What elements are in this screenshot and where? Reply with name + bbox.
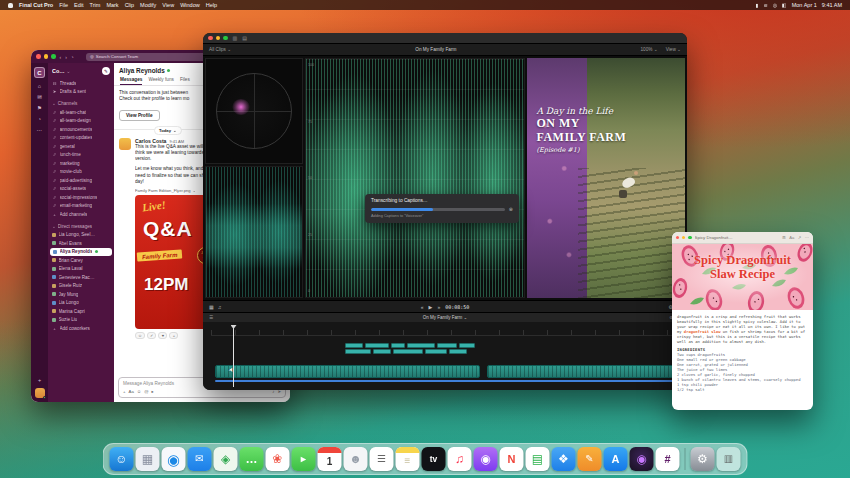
timeline-project-dropdown[interactable]: On My Family Farm ⌄ <box>203 315 687 320</box>
user-avatar[interactable] <box>35 388 45 398</box>
dock-maps[interactable]: ◈ <box>214 447 238 471</box>
search-bar[interactable]: ◎ Search Consort Team <box>86 53 218 61</box>
dock-news[interactable]: N <box>500 447 524 471</box>
check-reaction-icon[interactable]: ✓ <box>147 332 156 339</box>
viewer-zoom-dropdown[interactable]: 100% ⌄ <box>640 47 657 52</box>
browser-toggle-icon[interactable]: ▥ <box>233 35 238 41</box>
sidebar-dm[interactable]: Elena Laval <box>48 265 114 274</box>
date-divider-pill[interactable]: Today ⌄ <box>154 126 182 135</box>
dock-app-store[interactable]: A <box>604 447 628 471</box>
dock-mail[interactable]: ✉ <box>188 447 212 471</box>
window-controls[interactable] <box>208 36 228 41</box>
sidebar-channel[interactable]: #marketing <box>48 159 114 168</box>
later-icon[interactable]: ◔ <box>38 116 41 122</box>
dock-numbers[interactable]: ▤ <box>526 447 550 471</box>
sidebar-channel[interactable]: #general <box>48 142 114 151</box>
attachment-filename[interactable]: Family Farm Edition_Flyer.png <box>135 188 191 193</box>
sidebar-dm-aliya-reynolds[interactable]: Aliya Reynolds <box>50 248 112 257</box>
menu-mark[interactable]: Mark <box>106 2 118 8</box>
menu-file[interactable]: File <box>59 2 68 8</box>
menubar-date[interactable]: Mon Apr 1 <box>792 2 817 8</box>
add-reaction-icon[interactable]: + <box>169 332 178 339</box>
note-body[interactable]: dragonfruit is a crisp and refreshing fr… <box>672 310 813 396</box>
sidebar-item-drafts[interactable]: ➤ Drafts & sent <box>48 88 114 97</box>
caption-clips-row[interactable] <box>345 343 475 348</box>
sidebar-dm[interactable]: Lia Longo, Seel… <box>48 231 114 240</box>
search-icon[interactable]: ◎ <box>773 2 777 8</box>
audio-icon[interactable]: ♫ <box>218 304 222 310</box>
previous-frame-button[interactable]: « <box>421 304 424 310</box>
window-controls[interactable] <box>36 54 56 59</box>
next-frame-button[interactable]: » <box>437 304 440 310</box>
channels-section-header[interactable]: ⌄ Channels <box>48 99 114 108</box>
dock-pages[interactable]: ✎ <box>578 447 602 471</box>
add-coworkers-button[interactable]: +Add coworkers <box>48 324 114 333</box>
control-center-icon[interactable]: ◧ <box>782 2 787 8</box>
sidebar-dm[interactable]: Genevieve Rac… <box>48 273 114 282</box>
dock-calendar[interactable]: 1 <box>318 447 342 471</box>
plus-icon[interactable]: + <box>123 389 126 394</box>
home-icon[interactable]: ⌂ <box>38 83 41 89</box>
battery-icon[interactable]: ▮ <box>756 2 759 8</box>
sidebar-channel[interactable]: #content-updates <box>48 134 114 143</box>
dock-messages[interactable]: … <box>240 447 264 471</box>
sidebar-dm[interactable]: Suzie Liu <box>48 316 114 325</box>
viewer-canvas[interactable]: A Day in the Life ON MY FAMILY FARM (Epi… <box>527 58 685 298</box>
add-icon[interactable]: + <box>38 377 41 383</box>
dock-keynote[interactable]: ❖ <box>552 447 576 471</box>
grid-icon[interactable]: ⊞ <box>782 235 786 240</box>
heart-reaction-icon[interactable]: ♥ <box>158 332 167 339</box>
active-app-name[interactable]: Final Cut Pro <box>19 2 53 8</box>
dock-final-cut-pro[interactable]: ◉ <box>630 447 654 471</box>
sidebar-dm[interactable]: Marina Capri <box>48 307 114 316</box>
history-clock-icon[interactable]: ◔ <box>71 54 74 60</box>
add-channels-button[interactable]: +Add channels <box>48 210 114 219</box>
more-icon[interactable]: ⋯ <box>805 235 809 240</box>
sidebar-channel[interactable]: #lunch-time <box>48 151 114 160</box>
emoji-icon[interactable]: ☺ <box>137 389 141 394</box>
history-back-icon[interactable]: ‹ <box>60 54 62 60</box>
dock-notes[interactable]: ≡ <box>396 447 420 471</box>
playhead[interactable] <box>233 326 234 387</box>
dock-safari[interactable]: ◉ <box>162 447 186 471</box>
dock-podcasts[interactable]: ◉ <box>474 447 498 471</box>
history-forward-icon[interactable]: › <box>65 54 67 60</box>
dms-icon[interactable]: ✉ <box>37 94 42 100</box>
timeline-clip[interactable] <box>215 365 480 378</box>
dock-facetime[interactable]: ► <box>292 447 316 471</box>
sidebar-dm[interactable]: Brian Carey <box>48 256 114 265</box>
sidebar-dm[interactable]: Jay Mung <box>48 290 114 299</box>
dock-music[interactable]: ♫ <box>448 447 472 471</box>
avatar[interactable] <box>119 138 131 150</box>
play-button[interactable]: ▶ <box>429 304 433 310</box>
dock-reminders[interactable]: ☰ <box>370 447 394 471</box>
tab-messages[interactable]: Messages <box>120 77 142 85</box>
menu-clip[interactable]: Clip <box>125 2 134 8</box>
video-icon[interactable]: ▸ <box>152 389 154 394</box>
tab-weekly-funs[interactable]: Weekly funs <box>148 77 173 85</box>
skimming-icon[interactable]: ▦ <box>209 304 214 310</box>
sidebar-item-threads[interactable]: ⊟ Threads <box>48 79 114 88</box>
menu-edit[interactable]: Edit <box>74 2 83 8</box>
dock-settings[interactable]: ⚙ <box>691 447 715 471</box>
timeline-ruler[interactable] <box>211 330 683 336</box>
viewer-view-dropdown[interactable]: View ⌄ <box>666 47 681 52</box>
menu-trim[interactable]: Trim <box>90 2 101 8</box>
dms-section-header[interactable]: ⌄ Direct messages <box>48 222 114 231</box>
apple-menu-icon[interactable] <box>8 3 13 8</box>
share-icon[interactable]: ↗ <box>798 235 802 240</box>
workspace-switcher[interactable]: C <box>34 67 45 78</box>
tab-files[interactable]: Files <box>180 77 190 85</box>
dock-slack[interactable]: # <box>656 447 680 471</box>
caption-clips-row[interactable] <box>345 349 467 354</box>
dock-tv[interactable]: tv <box>422 447 446 471</box>
dock-contacts[interactable]: ☻ <box>344 447 368 471</box>
sidebar-channel[interactable]: #paid-advertising <box>48 176 114 185</box>
audio-track[interactable] <box>215 380 683 382</box>
menu-window[interactable]: Window <box>180 2 200 8</box>
timeline-clip[interactable] <box>487 365 683 378</box>
timeline[interactable]: ➤ <box>203 322 687 390</box>
inspector-toggle-icon[interactable]: ▤ <box>242 35 247 41</box>
emoji-reaction-icon[interactable]: ☺ <box>135 332 145 339</box>
sidebar-channel[interactable]: #all-team-chat <box>48 108 114 117</box>
